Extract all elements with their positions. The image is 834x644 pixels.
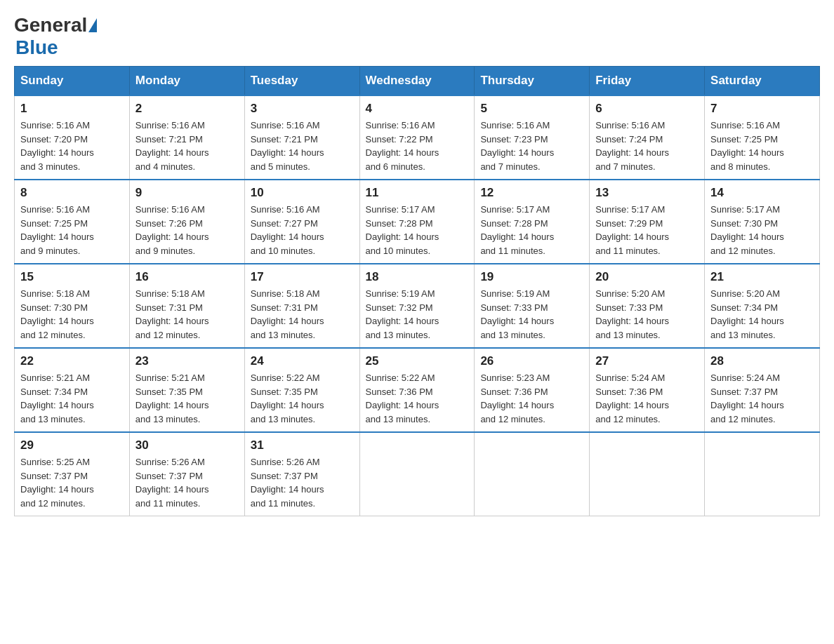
day-number: 21 [710,270,814,284]
day-info: Sunrise: 5:19 AMSunset: 7:33 PMDaylight:… [480,287,583,342]
day-info: Sunrise: 5:17 AMSunset: 7:30 PMDaylight:… [710,203,814,257]
day-number: 1 [20,102,124,116]
day-info: Sunrise: 5:16 AMSunset: 7:25 PMDaylight:… [710,119,814,173]
week-row-4: 22Sunrise: 5:21 AMSunset: 7:34 PMDayligh… [15,348,820,432]
calendar-cell: 20Sunrise: 5:20 AMSunset: 7:33 PMDayligh… [590,264,705,348]
day-info: Sunrise: 5:24 AMSunset: 7:37 PMDaylight:… [710,371,814,426]
calendar-cell: 10Sunrise: 5:16 AMSunset: 7:27 PMDayligh… [244,180,359,264]
day-number: 18 [366,270,469,284]
calendar-cell: 28Sunrise: 5:24 AMSunset: 7:37 PMDayligh… [705,348,820,432]
week-row-1: 1Sunrise: 5:16 AMSunset: 7:20 PMDaylight… [15,95,820,180]
day-info: Sunrise: 5:20 AMSunset: 7:33 PMDaylight:… [595,287,699,342]
calendar-cell: 17Sunrise: 5:18 AMSunset: 7:31 PMDayligh… [244,264,359,348]
day-number: 10 [251,186,354,200]
calendar-cell: 27Sunrise: 5:24 AMSunset: 7:36 PMDayligh… [590,348,705,432]
calendar-cell: 9Sunrise: 5:16 AMSunset: 7:26 PMDaylight… [129,180,244,264]
day-number: 25 [366,354,469,368]
header-cell-tuesday: Tuesday [244,67,359,96]
day-number: 19 [480,270,583,284]
day-number: 16 [135,270,239,284]
calendar-cell: 11Sunrise: 5:17 AMSunset: 7:28 PMDayligh… [359,180,475,264]
day-number: 31 [251,438,354,452]
day-number: 8 [20,186,124,200]
day-info: Sunrise: 5:16 AMSunset: 7:22 PMDaylight:… [366,119,469,173]
calendar-cell [475,432,590,516]
day-info: Sunrise: 5:16 AMSunset: 7:25 PMDaylight:… [20,203,124,257]
day-number: 30 [135,438,239,452]
day-info: Sunrise: 5:16 AMSunset: 7:24 PMDaylight:… [595,119,699,173]
day-info: Sunrise: 5:18 AMSunset: 7:31 PMDaylight:… [135,287,239,342]
day-number: 24 [251,354,354,368]
header-cell-thursday: Thursday [475,67,590,96]
calendar-cell: 30Sunrise: 5:26 AMSunset: 7:37 PMDayligh… [129,432,244,516]
calendar-cell: 19Sunrise: 5:19 AMSunset: 7:33 PMDayligh… [475,264,590,348]
day-info: Sunrise: 5:25 AMSunset: 7:37 PMDaylight:… [20,455,124,510]
day-info: Sunrise: 5:17 AMSunset: 7:28 PMDaylight:… [366,203,469,257]
day-number: 28 [710,354,814,368]
day-number: 4 [366,102,469,116]
calendar-header: SundayMondayTuesdayWednesdayThursdayFrid… [15,67,820,96]
calendar-cell: 13Sunrise: 5:17 AMSunset: 7:29 PMDayligh… [590,180,705,264]
calendar-cell: 18Sunrise: 5:19 AMSunset: 7:32 PMDayligh… [359,264,475,348]
calendar-cell: 25Sunrise: 5:22 AMSunset: 7:36 PMDayligh… [359,348,475,432]
day-info: Sunrise: 5:21 AMSunset: 7:35 PMDaylight:… [135,371,239,426]
calendar-cell: 7Sunrise: 5:16 AMSunset: 7:25 PMDaylight… [705,95,820,180]
day-info: Sunrise: 5:18 AMSunset: 7:30 PMDaylight:… [20,287,124,342]
calendar-cell: 4Sunrise: 5:16 AMSunset: 7:22 PMDaylight… [359,95,475,180]
day-info: Sunrise: 5:16 AMSunset: 7:20 PMDaylight:… [20,119,124,173]
day-number: 23 [135,354,239,368]
day-number: 6 [595,102,699,116]
calendar-cell: 3Sunrise: 5:16 AMSunset: 7:21 PMDaylight… [244,95,359,180]
day-number: 26 [480,354,583,368]
day-number: 7 [710,102,814,116]
logo-general-text: General [14,14,87,36]
day-info: Sunrise: 5:23 AMSunset: 7:36 PMDaylight:… [480,371,583,426]
calendar-cell: 2Sunrise: 5:16 AMSunset: 7:21 PMDaylight… [129,95,244,180]
week-row-3: 15Sunrise: 5:18 AMSunset: 7:30 PMDayligh… [15,264,820,348]
day-number: 13 [595,186,699,200]
logo-triangle-icon [88,18,97,32]
calendar-cell [359,432,475,516]
day-info: Sunrise: 5:19 AMSunset: 7:32 PMDaylight:… [366,287,469,342]
day-info: Sunrise: 5:26 AMSunset: 7:37 PMDaylight:… [135,455,239,510]
day-info: Sunrise: 5:21 AMSunset: 7:34 PMDaylight:… [20,371,124,426]
week-row-2: 8Sunrise: 5:16 AMSunset: 7:25 PMDaylight… [15,180,820,264]
week-row-5: 29Sunrise: 5:25 AMSunset: 7:37 PMDayligh… [15,432,820,516]
calendar-cell: 24Sunrise: 5:22 AMSunset: 7:35 PMDayligh… [244,348,359,432]
day-info: Sunrise: 5:16 AMSunset: 7:26 PMDaylight:… [135,203,239,257]
calendar-cell: 31Sunrise: 5:26 AMSunset: 7:37 PMDayligh… [244,432,359,516]
day-number: 11 [366,186,469,200]
calendar-cell [705,432,820,516]
day-number: 29 [20,438,124,452]
day-info: Sunrise: 5:22 AMSunset: 7:36 PMDaylight:… [366,371,469,426]
day-info: Sunrise: 5:22 AMSunset: 7:35 PMDaylight:… [251,371,354,426]
day-info: Sunrise: 5:17 AMSunset: 7:29 PMDaylight:… [595,203,699,257]
day-number: 12 [480,186,583,200]
header-cell-monday: Monday [129,67,244,96]
logo: General Blue [14,14,98,59]
header: General Blue [14,14,820,59]
day-info: Sunrise: 5:16 AMSunset: 7:21 PMDaylight:… [135,119,239,173]
calendar-cell: 1Sunrise: 5:16 AMSunset: 7:20 PMDaylight… [15,95,130,180]
header-row: SundayMondayTuesdayWednesdayThursdayFrid… [15,67,820,96]
day-info: Sunrise: 5:16 AMSunset: 7:23 PMDaylight:… [480,119,583,173]
day-number: 3 [251,102,354,116]
day-info: Sunrise: 5:24 AMSunset: 7:36 PMDaylight:… [595,371,699,426]
day-number: 20 [595,270,699,284]
day-number: 27 [595,354,699,368]
day-number: 22 [20,354,124,368]
day-number: 17 [251,270,354,284]
calendar-cell: 26Sunrise: 5:23 AMSunset: 7:36 PMDayligh… [475,348,590,432]
calendar-cell: 22Sunrise: 5:21 AMSunset: 7:34 PMDayligh… [15,348,130,432]
calendar-cell: 5Sunrise: 5:16 AMSunset: 7:23 PMDaylight… [475,95,590,180]
calendar-cell: 21Sunrise: 5:20 AMSunset: 7:34 PMDayligh… [705,264,820,348]
day-info: Sunrise: 5:20 AMSunset: 7:34 PMDaylight:… [710,287,814,342]
calendar-cell: 6Sunrise: 5:16 AMSunset: 7:24 PMDaylight… [590,95,705,180]
day-number: 5 [480,102,583,116]
calendar-cell: 15Sunrise: 5:18 AMSunset: 7:30 PMDayligh… [15,264,130,348]
calendar-table: SundayMondayTuesdayWednesdayThursdayFrid… [14,66,820,516]
calendar-cell: 23Sunrise: 5:21 AMSunset: 7:35 PMDayligh… [129,348,244,432]
day-number: 2 [135,102,239,116]
day-number: 15 [20,270,124,284]
calendar-cell: 8Sunrise: 5:16 AMSunset: 7:25 PMDaylight… [15,180,130,264]
